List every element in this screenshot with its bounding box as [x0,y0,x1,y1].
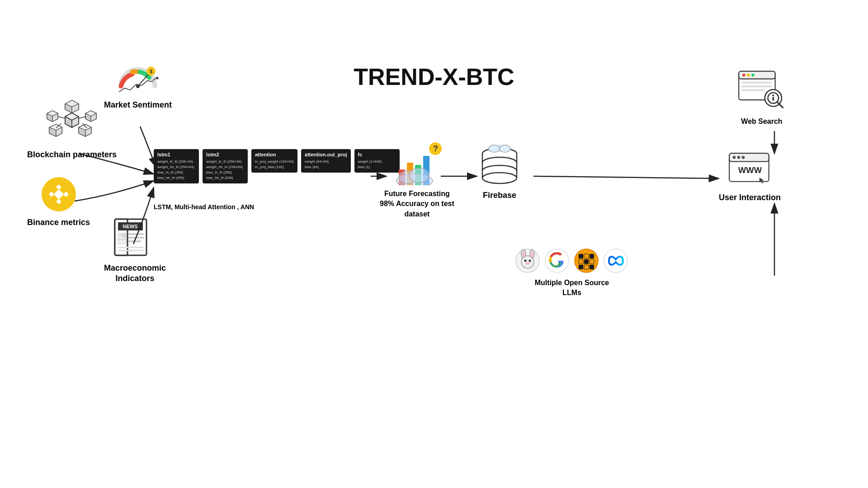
macro-label: Macroeconomic Indicators [104,263,166,284]
svg-line-27 [58,117,65,118]
svg-text:$: $ [150,68,153,74]
attention-out-proj-row2: bias (64) [305,164,347,170]
llm-label: Multiple Open Source LLMs [515,278,628,298]
lstm2-row4: bias_hh_l0 (256) [206,175,244,181]
svg-point-89 [732,156,736,159]
svg-rect-85 [773,97,774,100]
web-search-section: Web Search [737,68,787,126]
attention-out-proj-box: attention.out_proj weight (64×64) bias (… [301,149,351,173]
svg-rect-79 [741,82,772,84]
lstm2-title: lstm2 [206,152,244,157]
svg-rect-52 [118,247,144,248]
svg-line-28 [79,117,86,118]
user-interaction-section: WWW User Interaction [719,149,781,202]
google-icon [545,249,570,273]
binance-icon [41,176,77,212]
web-search-label: Web Search [737,117,787,126]
svg-rect-107 [590,254,594,258]
web-search-icon [737,68,787,113]
binance-section: Binance metrics [27,176,90,227]
user-interaction-label: User Interaction [719,193,781,202]
svg-point-76 [742,74,745,77]
svg-point-78 [751,74,755,77]
model-label: LSTM, Multi-head Attention , ANN [154,203,254,211]
svg-rect-109 [584,259,589,264]
macro-section: NEWS Macroeconomic Indicators [104,217,166,284]
lstm1-title: lstm1 [157,152,195,157]
svg-point-90 [737,156,740,159]
market-sentiment-section: $ Market Sentiment [104,59,172,110]
mistral-icon [574,249,599,273]
market-sentiment-label: Market Sentiment [104,100,172,110]
model-boxes: lstm1 weight_ih_l0 (256×24) weight_hh_l0… [154,149,400,183]
lstm2-row1: weight_ih_l0 (256×64) [206,159,244,164]
svg-point-70 [482,173,517,183]
svg-text:NEWS: NEWS [123,224,137,229]
attention-title: attention [255,152,294,157]
attention-out-proj-title: attention.out_proj [305,152,347,157]
lstm1-box: lstm1 weight_ih_l0 (256×24) weight_hh_l0… [154,149,199,183]
svg-rect-112 [584,265,589,269]
svg-point-77 [747,74,750,77]
svg-rect-106 [584,254,589,258]
llm-section: Multiple Open Source LLMs [515,249,628,298]
svg-rect-47 [128,240,141,242]
binance-label: Binance metrics [27,218,90,227]
svg-rect-113 [590,265,594,269]
lstm2-row2: weight_hh_l0 (256×64) [206,164,244,170]
svg-point-51 [122,234,126,237]
svg-rect-46 [128,237,144,239]
svg-point-100 [524,260,527,262]
svg-rect-45 [128,233,144,235]
lstm1-row2: weight_hh_l0 (256×64) [157,164,195,170]
attention-out-proj-row1: weight (64×64) [305,159,347,164]
lstm1-row1: weight_ih_l0 (256×24) [157,159,195,164]
svg-point-84 [772,94,774,96]
svg-point-98 [531,252,533,257]
svg-rect-80 [741,85,772,87]
market-sentiment-icon: $ [115,59,160,95]
firebase-label: Firebase [479,191,520,200]
svg-point-102 [525,262,530,265]
blockchain-icon [45,99,99,145]
svg-rect-108 [579,259,583,264]
lstm1-row4: bias_hh_l0 (256) [157,175,195,181]
blockchain-label: Blockchain parameters [27,150,117,160]
svg-point-73 [500,145,510,152]
lstm1-row3: bias_ih_l0 (256) [157,170,195,175]
svg-rect-110 [590,259,594,264]
attention-row2: in_proj_bias (192) [255,164,294,170]
svg-rect-53 [118,250,144,251]
llama-icon [515,249,540,273]
svg-point-91 [741,156,745,159]
meta-icon [604,249,628,273]
firebase-icon [479,145,520,185]
blockchain-section: Blockchain parameters [27,99,117,160]
svg-rect-105 [579,254,583,258]
lstm2-row3: bias_ih_l0 (256) [206,170,244,175]
svg-point-72 [489,145,500,152]
svg-text:WWW: WWW [738,165,762,175]
llm-icons [515,249,628,273]
svg-rect-111 [579,265,583,269]
forecast-section: ? Future Forecasting 98% Accuracy on tes… [380,149,454,219]
cloud-icon [394,167,435,185]
user-interaction-icon: WWW [727,149,773,188]
forecast-label: Future Forecasting 98% Accuracy on test … [380,189,454,219]
svg-point-101 [529,260,531,262]
firebase-section: Firebase [479,145,520,200]
svg-point-57 [409,168,429,183]
attention-box: attention in_proj_weight (192×64) in_pro… [251,149,297,173]
lstm2-box: lstm2 weight_ih_l0 (256×64) weight_hh_l0… [203,149,248,183]
macro-icon: NEWS [113,217,158,258]
svg-rect-81 [741,89,764,91]
attention-row1: in_proj_weight (192×64) [255,159,294,164]
page-title: TREND-X-BTC [354,63,514,90]
